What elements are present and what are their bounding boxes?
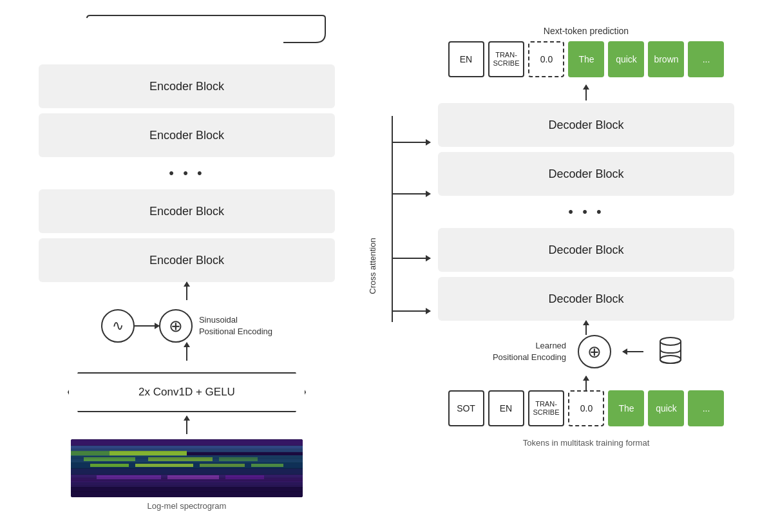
- arrow-tokens-to-lpe: [585, 376, 587, 390]
- svg-rect-4: [109, 451, 187, 456]
- arrow-spectro-to-conv: [186, 416, 187, 434]
- decoder-panel: Next-token prediction EN TRAN-SCRIBE 0.0…: [354, 13, 741, 519]
- svg-rect-6: [84, 457, 135, 461]
- feedback-arrow-area: [39, 13, 335, 45]
- svg-rect-15: [71, 475, 303, 482]
- pe-label: Sinusoidal Positional Encoding: [199, 314, 272, 337]
- right-half: Cross attention Next-token prediction: [354, 13, 741, 519]
- input-token-en: EN: [488, 390, 524, 426]
- learned-pe-label: Learned Positional Encoding: [493, 340, 566, 363]
- next-token-label: Next-token prediction: [544, 26, 629, 36]
- encoder-dots-1: • • •: [39, 162, 335, 184]
- arrow-lpe-to-decoder: [585, 321, 587, 335]
- arrow-pe-to-encoder: [186, 282, 187, 300]
- svg-rect-7: [148, 457, 213, 461]
- output-token-the: The: [568, 41, 604, 77]
- encoder-block-4: Encoder Block: [39, 238, 335, 282]
- cross-arrow-4: [392, 142, 430, 143]
- output-token-timestamp: 0.0: [528, 41, 564, 77]
- svg-rect-17: [167, 475, 219, 479]
- svg-rect-3: [71, 451, 187, 456]
- decoder-block-2: Decoder Block: [438, 152, 734, 196]
- output-token-ellipsis: ...: [688, 41, 724, 77]
- encoder-block-1: Encoder Block: [39, 64, 335, 108]
- cross-attention-vline: [392, 116, 393, 322]
- conv-area: 2x Conv1D + GELU: [39, 372, 335, 412]
- svg-rect-8: [219, 457, 258, 461]
- diagram-container: Encoder Block Encoder Block • • • Encode…: [0, 0, 760, 532]
- svg-rect-14: [71, 468, 303, 478]
- decoder-block-1: Decoder Block: [438, 103, 734, 147]
- svg-rect-11: [135, 464, 193, 467]
- input-token-the: The: [608, 390, 644, 426]
- svg-rect-18: [225, 475, 264, 479]
- svg-rect-13: [251, 464, 283, 467]
- cross-attention-label: Cross attention: [368, 238, 377, 294]
- sine-circle: ∿: [101, 309, 135, 343]
- decoder-blocks-area: Decoder Block Decoder Block • • • Decode…: [438, 103, 734, 321]
- input-token-timestamp: 0.0: [568, 390, 604, 426]
- plus-circle-decoder: ⊕: [578, 335, 611, 368]
- arrow-sine-to-plus: [135, 325, 159, 327]
- decoder-dots: • • •: [438, 201, 734, 223]
- svg-rect-0: [71, 439, 303, 497]
- arrow-db-to-plus: [623, 351, 643, 352]
- input-token-ellipsis: ...: [688, 390, 724, 426]
- pe-area: ∿ ⊕ Sinusoidal Positional Encoding: [39, 309, 335, 343]
- spectrogram-image: [71, 439, 303, 497]
- learned-pe-area: Learned Positional Encoding ⊕: [486, 335, 686, 368]
- svg-rect-20: [71, 487, 303, 497]
- arrow-decoder-to-output: [585, 85, 587, 100]
- decoder-block-3: Decoder Block: [438, 228, 734, 272]
- database-icon: [655, 335, 686, 368]
- spectrogram-svg: [71, 439, 303, 497]
- output-token-en: EN: [448, 41, 484, 77]
- encoder-blocks-area: Encoder Block Encoder Block • • • Encode…: [39, 64, 335, 282]
- svg-rect-2: [71, 446, 303, 452]
- arrow-conv-to-pe: [186, 343, 187, 361]
- encoder-side: Encoder Block Encoder Block • • • Encode…: [19, 13, 354, 519]
- conv-box: 2x Conv1D + GELU: [68, 372, 306, 412]
- svg-point-27: [660, 356, 681, 363]
- cross-arrow-1: [392, 310, 430, 312]
- encoder-block-3: Encoder Block: [39, 189, 335, 233]
- cross-arrow-3: [392, 193, 430, 195]
- svg-point-26: [660, 337, 681, 345]
- input-token-sot: SOT: [448, 390, 484, 426]
- output-token-brown: brown: [648, 41, 684, 77]
- svg-rect-1: [71, 439, 303, 449]
- svg-rect-16: [97, 475, 161, 479]
- tokens-input-label: Tokens in multitask training format: [523, 438, 650, 448]
- input-token-quick: quick: [648, 390, 684, 426]
- svg-rect-5: [71, 455, 303, 463]
- svg-rect-19: [71, 482, 303, 488]
- plus-circle-encoder: ⊕: [159, 309, 193, 343]
- input-token-row: SOT EN TRAN-SCRIBE 0.0 The quick: [448, 390, 725, 426]
- spectrogram-area: Log-mel spectrogram: [39, 439, 335, 511]
- output-token-row: EN TRAN-SCRIBE 0.0 The quick brown: [448, 41, 725, 77]
- input-token-transcribe: TRAN-SCRIBE: [528, 390, 565, 426]
- svg-rect-9: [71, 462, 303, 469]
- svg-rect-10: [90, 464, 129, 467]
- output-token-quick: quick: [608, 41, 644, 77]
- feedback-arrow-svg: [39, 13, 335, 45]
- decoder-block-4: Decoder Block: [438, 277, 734, 321]
- output-token-transcribe: TRAN-SCRIBE: [488, 41, 525, 77]
- cross-arrow-2: [392, 258, 430, 259]
- svg-rect-12: [200, 464, 245, 467]
- db-svg: [655, 335, 686, 366]
- spectrogram-label: Log-mel spectrogram: [147, 501, 227, 511]
- encoder-block-2: Encoder Block: [39, 113, 335, 157]
